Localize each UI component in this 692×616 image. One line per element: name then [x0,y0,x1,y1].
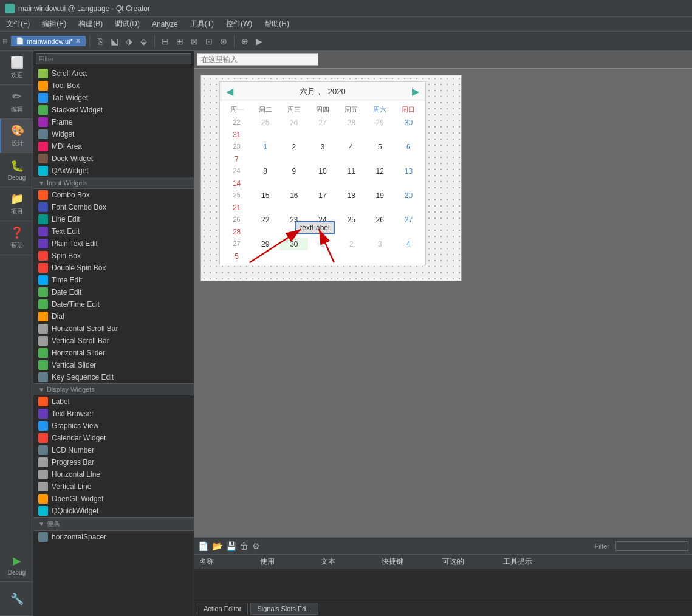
cal-day[interactable]: 27 [308,117,337,129]
widget-vline[interactable]: Vertical Line [33,481,194,493]
widget-time-edit[interactable]: Time Edit [33,274,194,286]
cal-day-today[interactable]: 30 [279,238,308,250]
widget-qquick[interactable]: QQuickWidget [33,505,194,517]
cal-day[interactable]: 30 [394,117,423,129]
menu-edit[interactable]: 编辑(E) [36,18,72,30]
menu-help[interactable]: 帮助(H) [258,18,295,30]
widget-mdi-area[interactable]: MDI Area [33,140,194,152]
cal-day[interactable]: 1 [251,141,279,153]
menu-file[interactable]: 文件(F) [0,18,36,30]
widget-lcd[interactable]: LCD Number [33,444,194,456]
bt-delete[interactable]: 🗑 [240,541,248,551]
widget-hline[interactable]: Horizontal Line [33,468,194,481]
cal-day[interactable]: 31 [222,129,251,141]
widget-frame[interactable]: Frame [33,116,194,128]
sidebar-welcome[interactable]: ⬜ 欢迎 [0,51,33,85]
cal-day[interactable]: 29 [366,117,394,129]
tab-signals-slots[interactable]: Signals Slots Ed... [250,603,318,615]
cal-day[interactable]: 4 [394,238,423,250]
cal-day[interactable]: 3 [308,141,337,153]
widget-qax[interactable]: QAxWidget [33,165,194,177]
menu-controls[interactable]: 控件(W) [220,18,258,30]
widget-hscrollbar[interactable]: Horizontal Scroll Bar [33,323,194,335]
cal-day[interactable]: 20 [394,190,423,202]
menu-build[interactable]: 构建(B) [72,18,109,30]
widget-line-edit[interactable]: Line Edit [33,213,194,225]
cal-next-icon[interactable]: ▶ [412,86,419,97]
widget-date-edit[interactable]: Date Edit [33,286,194,298]
sidebar-help[interactable]: ❓ 帮助 [0,221,33,255]
cal-day[interactable]: 25 [337,214,366,226]
cal-day[interactable]: 5 [366,141,394,153]
tab-action-editor[interactable]: Action Editor [197,603,248,615]
cal-day[interactable]: 29 [251,238,279,250]
sidebar-design[interactable]: 🎨 设计 [0,119,33,153]
tb-btn-2[interactable]: ⬕ [108,35,122,48]
bt-new[interactable]: 📄 [198,541,208,551]
tb-layout-h[interactable]: ⊟ [159,35,172,48]
widget-vslider[interactable]: Vertical Slider [33,359,194,371]
widget-text-edit[interactable]: Text Edit [33,225,194,238]
cal-day[interactable]: 13 [394,165,423,177]
design-canvas[interactable]: ◀ 六月， 2020 ▶ 周一 周二 周三 周四 周五 [200,75,462,281]
cal-day[interactable]: 9 [279,165,308,177]
cal-day[interactable]: 11 [337,165,366,177]
filter-input[interactable] [36,53,191,64]
cal-day[interactable]: 25 [251,117,279,129]
menu-analyze[interactable]: Analyze [146,19,184,30]
canvas-text-input[interactable] [197,53,318,66]
widget-text-browser[interactable]: Text Browser [33,408,194,420]
cal-day[interactable]: 26 [366,214,394,226]
widget-double-spin[interactable]: Double Spin Box [33,262,194,274]
cal-day[interactable]: 14 [222,177,251,190]
menu-tools[interactable]: 工具(T) [184,18,220,30]
widget-plain-text[interactable]: Plain Text Edit [33,238,194,250]
sidebar-debug[interactable]: 🐛 Debug [0,153,33,187]
cal-day[interactable]: 12 [366,165,394,177]
cal-day[interactable]: 2 [337,238,366,250]
cal-prev-icon[interactable]: ◀ [226,86,233,97]
tb-break[interactable]: ⊛ [217,35,230,48]
cal-day[interactable]: 28 [222,226,251,238]
cal-day[interactable]: 27 [394,214,423,226]
cal-day[interactable]: 26 [279,117,308,129]
cal-day[interactable]: 15 [251,190,279,202]
tb-layout-f[interactable]: ⊡ [202,35,216,48]
widget-tool-box[interactable]: Tool Box [33,80,194,92]
widget-stacked[interactable]: Stacked Widget [33,104,194,116]
tab-mainwindow[interactable]: 📄 mainwindow.ui* ✕ [11,36,86,46]
cal-day[interactable]: 3 [366,238,394,250]
canvas-container[interactable]: ◀ 六月， 2020 ▶ 周一 周二 周三 周四 周五 [194,69,692,537]
widget-dock[interactable]: Dock Widget [33,152,194,165]
sidebar-edit[interactable]: ✏ 编辑 [0,85,33,119]
cal-day[interactable]: 17 [308,190,337,202]
tb-btn-3[interactable]: ⬗ [123,35,136,48]
bt-save[interactable]: 💾 [226,541,236,551]
cal-day[interactable]: 28 [337,117,366,129]
cal-day[interactable]: 21 [222,202,251,214]
widget-dial[interactable]: Dial [33,310,194,323]
tb-btn-4[interactable]: ⬙ [137,35,151,48]
cal-day[interactable]: 2 [279,141,308,153]
tb-preview[interactable]: ▶ [253,35,266,48]
widget-scroll-area[interactable]: Scroll Area [33,67,194,80]
calendar-widget-instance[interactable]: ◀ 六月， 2020 ▶ 周一 周二 周三 周四 周五 [219,81,426,265]
widget-spin-box[interactable]: Spin Box [33,250,194,262]
action-filter-input[interactable] [615,541,688,551]
tb-btn-1[interactable]: ⎘ [94,35,107,48]
widget-keyseq[interactable]: Key Sequence Edit [33,371,194,383]
widget-opengl[interactable]: OpenGL Widget [33,493,194,505]
widget-graphics-view[interactable]: Graphics View [33,420,194,432]
widget-spacer-item[interactable]: horizontalSpacer [33,531,194,543]
widget-font-combo[interactable]: Font Combo Box [33,201,194,213]
cal-day[interactable]: 7 [222,153,251,165]
widget-datetime-edit[interactable]: Date/Time Edit [33,298,194,310]
widget-label[interactable]: Label [33,395,194,408]
widget-progress-bar[interactable]: Progress Bar [33,456,194,468]
cal-day[interactable]: 19 [366,190,394,202]
cal-day[interactable]: 10 [308,165,337,177]
sidebar-projects[interactable]: 📁 项目 [0,187,33,221]
menu-debug[interactable]: 调试(D) [109,18,146,30]
widget-calendar[interactable]: Calendar Widget [33,432,194,444]
tab-close-icon[interactable]: ✕ [75,37,81,45]
